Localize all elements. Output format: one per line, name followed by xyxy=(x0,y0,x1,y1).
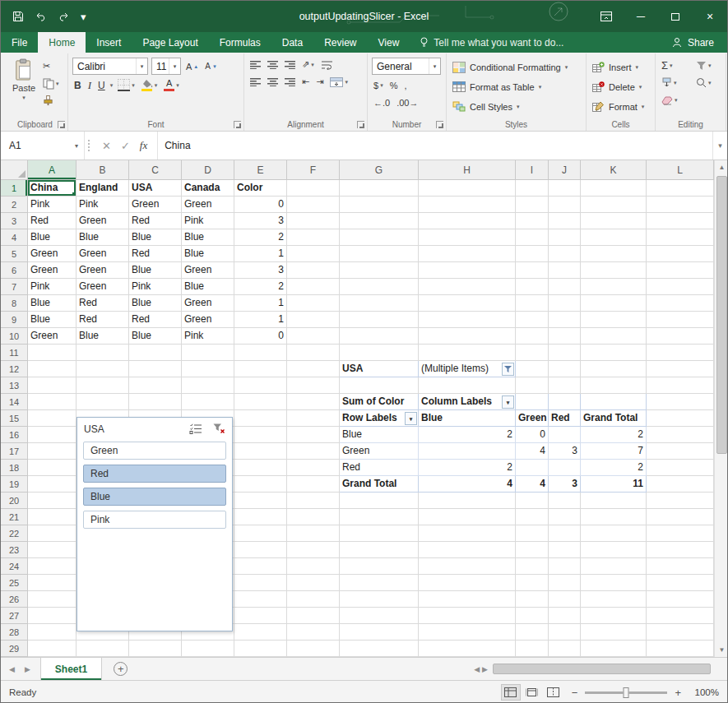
cell-E28[interactable] xyxy=(234,624,287,641)
cell-A21[interactable] xyxy=(28,509,77,525)
cell-I23[interactable] xyxy=(516,542,549,558)
cell-L10[interactable] xyxy=(647,328,714,345)
cell-C14[interactable] xyxy=(129,394,182,410)
cell-H13[interactable] xyxy=(419,377,516,394)
cell-J7[interactable] xyxy=(549,279,581,295)
minimize-button[interactable]: ─ xyxy=(624,1,658,32)
cell-B2[interactable]: Pink xyxy=(77,197,129,213)
cell-C8[interactable]: Blue xyxy=(129,295,182,312)
cell-E9[interactable]: 1 xyxy=(234,312,287,328)
cell-J9[interactable] xyxy=(549,312,581,328)
name-box[interactable]: A1 ▾ xyxy=(1,132,84,160)
cell-F27[interactable] xyxy=(287,608,340,624)
font-size-dropdown[interactable]: ▾ xyxy=(169,58,180,74)
cell-H20[interactable] xyxy=(419,493,516,509)
cell-A10[interactable]: Green xyxy=(28,328,77,345)
cell-A17[interactable] xyxy=(28,443,77,460)
cell-F5[interactable] xyxy=(287,246,340,262)
cell-I4[interactable] xyxy=(516,229,549,246)
cell-G27[interactable] xyxy=(340,608,419,624)
column-header-H[interactable]: H xyxy=(419,160,516,180)
cell-C2[interactable]: Green xyxy=(129,197,182,213)
row-header-21[interactable]: 21 xyxy=(1,509,28,525)
row-header-23[interactable]: 23 xyxy=(1,542,28,558)
cell-J23[interactable] xyxy=(549,542,581,558)
cell-I25[interactable] xyxy=(516,575,549,591)
cell-D1[interactable]: Canada xyxy=(182,180,234,197)
cell-H9[interactable] xyxy=(419,312,516,328)
cell-H10[interactable] xyxy=(419,328,516,345)
align-middle-button[interactable] xyxy=(266,58,280,72)
cell-E7[interactable]: 2 xyxy=(234,279,287,295)
underline-button[interactable]: U xyxy=(96,78,107,92)
increase-indent-button[interactable]: ⇥ xyxy=(314,75,325,89)
cell-L16[interactable] xyxy=(647,427,714,443)
cell-I2[interactable] xyxy=(516,197,549,213)
cell-G1[interactable] xyxy=(340,180,419,197)
pivot-filter-button[interactable] xyxy=(502,363,514,376)
scroll-right-arrow[interactable]: ▶ xyxy=(482,665,488,673)
qat-customize-button[interactable]: ▾ xyxy=(81,11,86,23)
row-header-4[interactable]: 4 xyxy=(1,229,28,246)
cell-E12[interactable] xyxy=(234,361,287,377)
cell-F18[interactable] xyxy=(287,460,340,476)
cell-K26[interactable] xyxy=(581,591,647,608)
cell-H28[interactable] xyxy=(419,624,516,641)
cell-J11[interactable] xyxy=(549,345,581,361)
cell-F17[interactable] xyxy=(287,443,340,460)
cell-A26[interactable] xyxy=(28,591,77,608)
scroll-down-arrow[interactable]: ▼ xyxy=(715,643,728,657)
cell-C5[interactable]: Red xyxy=(129,246,182,262)
cell-E26[interactable] xyxy=(234,591,287,608)
cell-H6[interactable] xyxy=(419,262,516,279)
cell-F11[interactable] xyxy=(287,345,340,361)
cell-I14[interactable] xyxy=(516,394,549,410)
cell-A12[interactable] xyxy=(28,361,77,377)
column-header-B[interactable]: B xyxy=(77,160,129,180)
cell-K22[interactable] xyxy=(581,525,647,542)
cell-D9[interactable]: Green xyxy=(182,312,234,328)
cell-G8[interactable] xyxy=(340,295,419,312)
row-header-7[interactable]: 7 xyxy=(1,279,28,295)
cell-J22[interactable] xyxy=(549,525,581,542)
new-sheet-button[interactable]: + xyxy=(114,662,128,676)
cell-J25[interactable] xyxy=(549,575,581,591)
cell-L21[interactable] xyxy=(647,509,714,525)
cell-I28[interactable] xyxy=(516,624,549,641)
slicer-item-pink[interactable]: Pink xyxy=(83,511,226,529)
cell-I26[interactable] xyxy=(516,591,549,608)
cell-A11[interactable] xyxy=(28,345,77,361)
percent-style-button[interactable]: % xyxy=(388,78,400,92)
cell-H25[interactable] xyxy=(419,575,516,591)
cancel-entry-button[interactable]: ✕ xyxy=(102,140,111,152)
borders-dropdown[interactable]: ▾ xyxy=(132,82,135,89)
row-header-14[interactable]: 14 xyxy=(1,394,28,410)
shrink-font-button[interactable]: A▼ xyxy=(203,59,219,73)
cell-L8[interactable] xyxy=(647,295,714,312)
row-header-28[interactable]: 28 xyxy=(1,624,28,641)
font-name-dropdown[interactable]: ▾ xyxy=(136,58,147,74)
cell-F15[interactable] xyxy=(287,410,340,427)
cell-K25[interactable] xyxy=(581,575,647,591)
sheet-nav-left-arrow[interactable]: ◀ xyxy=(9,665,15,673)
column-header-I[interactable]: I xyxy=(516,160,549,180)
cell-G25[interactable] xyxy=(340,575,419,591)
pivot-dropdown-button[interactable]: ▾ xyxy=(405,412,417,425)
cell-E21[interactable] xyxy=(234,509,287,525)
cell-E1[interactable]: Color xyxy=(234,180,287,197)
cell-F21[interactable] xyxy=(287,509,340,525)
cell-I24[interactable] xyxy=(516,558,549,575)
cell-A4[interactable]: Blue xyxy=(28,229,77,246)
cell-E23[interactable] xyxy=(234,542,287,558)
cell-A18[interactable] xyxy=(28,460,77,476)
bold-button[interactable]: B xyxy=(72,78,83,92)
cell-F13[interactable] xyxy=(287,377,340,394)
cell-J12[interactable] xyxy=(549,361,581,377)
cell-J14[interactable] xyxy=(549,394,581,410)
format-painter-button[interactable] xyxy=(41,94,61,108)
cell-E20[interactable] xyxy=(234,493,287,509)
cell-H11[interactable] xyxy=(419,345,516,361)
column-header-L[interactable]: L xyxy=(647,160,714,180)
number-format-dropdown[interactable]: ▾ xyxy=(429,58,440,74)
cell-B6[interactable]: Green xyxy=(77,262,129,279)
